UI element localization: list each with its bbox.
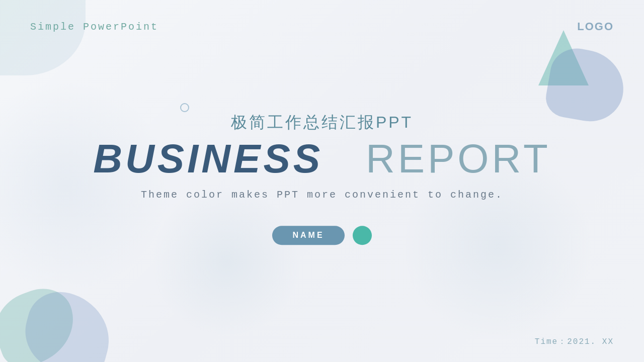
- main-title: BUSINESS REPORT: [0, 139, 644, 179]
- footer-time: Time：2021. XX: [535, 337, 614, 346]
- title-business: BUSINESS: [93, 136, 323, 181]
- corner-blob-bottomleft: [0, 272, 116, 362]
- name-badge: NAME: [272, 226, 344, 245]
- corner-blob-topleft: [0, 0, 86, 75]
- header-title: Simple PowerPoint: [30, 21, 158, 33]
- title-report: REPORT: [366, 136, 551, 181]
- footer: Time：2021. XX: [535, 336, 614, 347]
- header: Simple PowerPoint LOGO: [0, 20, 644, 33]
- slide: Simple PowerPoint LOGO 极简工作总结汇报PPT BUSIN…: [0, 0, 644, 362]
- decorative-circle: [180, 103, 189, 112]
- header-logo: LOGO: [577, 20, 614, 33]
- main-content: 极简工作总结汇报PPT BUSINESS REPORT Theme color …: [0, 112, 644, 245]
- tagline: Theme color makes PPT more convenient to…: [0, 189, 644, 201]
- subtitle-chinese: 极简工作总结汇报PPT: [0, 112, 644, 134]
- name-row: NAME: [0, 226, 644, 245]
- name-dot: [353, 226, 372, 245]
